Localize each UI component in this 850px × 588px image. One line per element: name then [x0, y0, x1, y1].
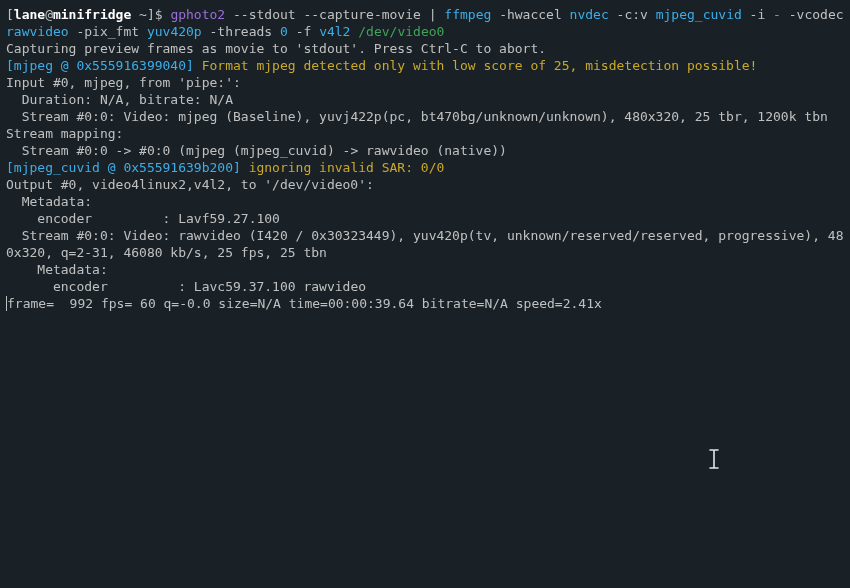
flag-i: -i — [742, 7, 773, 22]
prompt-host: minifridge — [53, 7, 131, 22]
out-stream-mapping: Stream mapping: — [6, 125, 844, 142]
val-dev: /dev/video0 — [358, 24, 444, 39]
warn-text-1: Format mjpeg detected only with low scor… — [194, 58, 758, 73]
flag-f: -f — [288, 24, 319, 39]
out-stream-in: Stream #0:0: Video: mjpeg (Baseline), yu… — [6, 108, 844, 125]
out-stream-map-detail: Stream #0:0 -> #0:0 (mjpeg (mjpeg_cuvid)… — [6, 142, 844, 159]
pipe: | — [429, 7, 445, 22]
out-stream-out: Stream #0:0: Video: rawvideo (I420 / 0x3… — [6, 227, 844, 261]
val-cv: mjpeg_cuvid — [656, 7, 742, 22]
out-metadata: Metadata: — [6, 193, 844, 210]
cmd-ffmpeg: ffmpeg — [444, 7, 491, 22]
val-threads: 0 — [280, 24, 288, 39]
out-duration: Duration: N/A, bitrate: N/A — [6, 91, 844, 108]
arg-stdout-capture: --stdout --capture-movie — [225, 7, 429, 22]
prompt-at: @ — [45, 7, 53, 22]
cmd-gphoto2: gphoto2 — [170, 7, 225, 22]
prompt-path: ~ — [131, 7, 147, 22]
val-i: - — [773, 7, 781, 22]
prompt-line[interactable]: [lane@minifridge ~]$ gphoto2 --stdout --… — [6, 6, 844, 40]
val-hwaccel: nvdec — [570, 7, 609, 22]
tag-mjpeg: [mjpeg @ 0x555916399040] — [6, 58, 194, 73]
out-input: Input #0, mjpeg, from 'pipe:': — [6, 74, 844, 91]
out-frame-progress: frame= 992 fps= 60 q=-0.0 size=N/A time=… — [6, 295, 844, 312]
prompt-user: lane — [14, 7, 45, 22]
out-capturing: Capturing preview frames as movie to 'st… — [6, 40, 844, 57]
flag-threads: -threads — [202, 24, 280, 39]
flag-cv: -c:v — [609, 7, 656, 22]
out-output: Output #0, video4linux2,v4l2, to '/dev/v… — [6, 176, 844, 193]
val-f: v4l2 — [319, 24, 350, 39]
out-encoder: encoder : Lavf59.27.100 — [6, 210, 844, 227]
out-encoder2: encoder : Lavc59.37.100 rawvideo — [6, 278, 844, 295]
text-cursor-icon — [706, 448, 722, 470]
warn-text-2: ignoring invalid SAR: 0/0 — [241, 160, 445, 175]
out-warn-sar: [mjpeg_cuvid @ 0x55591639b200] ignoring … — [6, 159, 844, 176]
out-metadata2: Metadata: — [6, 261, 844, 278]
flag-pixfmt: -pix_fmt — [69, 24, 147, 39]
prompt-open: [ — [6, 7, 14, 22]
frame-progress-text: frame= 992 fps= 60 q=-0.0 size=N/A time=… — [7, 296, 602, 311]
prompt-close: ]$ — [147, 7, 170, 22]
flag-hwaccel: -hwaccel — [491, 7, 569, 22]
val-pixfmt: yuv420p — [147, 24, 202, 39]
tag-mjpeg-cuvid: [mjpeg_cuvid @ 0x55591639b200] — [6, 160, 241, 175]
out-warn-mjpeg: [mjpeg @ 0x555916399040] Format mjpeg de… — [6, 57, 844, 74]
flag-vcodec: -vcodec — [781, 7, 850, 22]
val-vcodec: rawvideo — [6, 24, 69, 39]
